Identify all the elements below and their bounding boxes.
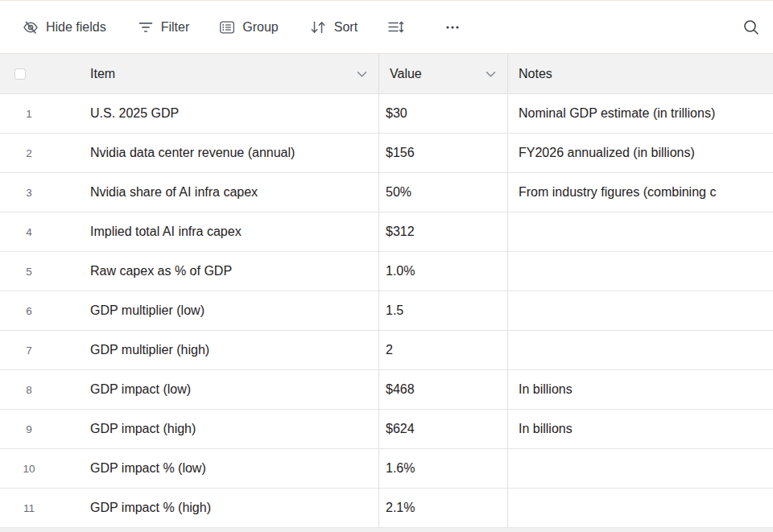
table-row: 11 GDP impact % (high) 2.1% [0,489,773,528]
bottom-strip [0,528,773,532]
cell-notes[interactable] [507,212,773,251]
row-number: 8 [0,384,58,396]
cell-item[interactable]: U.S. 2025 GDP [81,94,378,133]
cell-value[interactable]: 1.0% [378,252,507,291]
eye-off-icon [23,19,39,35]
cell-value[interactable]: 2 [378,331,507,369]
column-header-item[interactable]: Item [81,54,378,93]
filter-icon [138,19,154,35]
table-row: 4 Implied total AI infra capex $312 [0,212,773,252]
more-options-button[interactable] [444,19,461,35]
column-header-item-label: Item [90,67,115,81]
row-number: 6 [0,305,58,317]
cell-notes[interactable]: FY2026 annualized (in billions) [507,134,773,172]
chevron-down-icon[interactable] [357,67,367,81]
cell-notes[interactable]: In billions [507,370,773,409]
cell-value[interactable]: 1.6% [378,449,507,488]
row-height-icon [387,19,405,35]
cell-value[interactable]: $156 [378,134,507,172]
table-row: 1 U.S. 2025 GDP $30 Nominal GDP estimate… [0,94,773,134]
table-row: 5 Raw capex as % of GDP 1.0% [0,252,773,291]
column-divider [507,54,508,528]
filter-button[interactable]: Filter [138,19,190,35]
cell-notes[interactable]: From industry figures (combining c [507,173,773,212]
cell-notes[interactable] [507,489,773,527]
column-header-notes[interactable]: Notes [507,54,773,93]
search-button[interactable] [742,19,760,36]
cell-notes[interactable]: In billions [507,410,773,448]
column-divider [378,54,379,528]
cell-notes[interactable] [507,449,773,488]
column-header-value-label: Value [390,67,422,81]
hide-fields-button[interactable]: Hide fields [23,19,106,35]
header-row: Item Value Notes [0,54,773,94]
row-number: 5 [0,266,58,278]
column-header-value[interactable]: Value [378,54,507,93]
ellipsis-icon [444,19,461,35]
cell-value[interactable]: $468 [378,370,507,409]
cell-value[interactable]: $624 [378,410,507,448]
row-number: 10 [0,463,58,475]
cell-notes[interactable]: Nominal GDP estimate (in trillions) [507,94,773,133]
cell-notes[interactable] [507,291,773,330]
row-number: 3 [0,187,58,199]
table-row: 6 GDP multiplier (low) 1.5 [0,291,773,331]
hide-fields-label: Hide fields [46,20,106,35]
grid-view: Hide fields Filter [0,0,773,532]
cell-item[interactable]: Nvidia data center revenue (annual) [81,134,378,172]
chevron-down-icon[interactable] [486,67,496,81]
cell-notes[interactable] [507,331,773,369]
cell-item[interactable]: Implied total AI infra capex [81,212,378,251]
row-height-button[interactable] [387,19,405,35]
row-number: 4 [0,226,58,238]
cell-notes[interactable] [507,252,773,291]
search-icon [742,19,760,36]
table-row: 2 Nvidia data center revenue (annual) $1… [0,134,773,173]
cell-item[interactable]: GDP impact % (high) [81,489,378,527]
cell-item[interactable]: GDP impact (low) [81,370,378,409]
cell-item[interactable]: GDP multiplier (low) [81,291,378,330]
group-button[interactable]: Group [219,19,278,35]
data-grid: Item Value Notes 1 U.S. 2025 GDP $30 Nom… [0,54,773,532]
row-number: 1 [0,108,58,120]
cell-item[interactable]: Raw capex as % of GDP [81,252,378,291]
table-row: 3 Nvidia share of AI infra capex 50% Fro… [0,173,773,212]
cell-value[interactable]: 1.5 [378,291,507,330]
cell-item[interactable]: Nvidia share of AI infra capex [81,173,378,212]
table-row: 10 GDP impact % (low) 1.6% [0,449,773,489]
sort-button[interactable]: Sort [309,19,358,35]
filter-label: Filter [161,20,190,35]
table-row: 9 GDP impact (high) $624 In billions [0,410,773,449]
view-toolbar: Hide fields Filter [0,0,773,54]
row-number: 7 [0,344,58,357]
column-header-notes-label: Notes [519,67,552,81]
row-number: 9 [0,423,58,435]
cell-item[interactable]: GDP impact % (low) [81,449,378,488]
sort-arrows-icon [309,19,327,35]
table-row: 8 GDP impact (low) $468 In billions [0,370,773,410]
header-select-cell [0,54,81,93]
cell-value[interactable]: 50% [378,173,507,212]
cell-value[interactable]: $30 [378,94,507,133]
row-number: 11 [0,502,58,514]
group-label: Group [242,20,278,35]
group-icon [219,19,235,35]
cell-item[interactable]: GDP impact (high) [81,410,378,448]
cell-item[interactable]: GDP multiplier (high) [81,331,378,369]
cell-value[interactable]: 2.1% [378,489,507,527]
table-row: 7 GDP multiplier (high) 2 [0,331,773,370]
cell-value[interactable]: $312 [378,212,507,251]
row-number: 2 [0,147,58,159]
sort-label: Sort [334,20,358,35]
select-all-checkbox[interactable] [14,68,26,80]
